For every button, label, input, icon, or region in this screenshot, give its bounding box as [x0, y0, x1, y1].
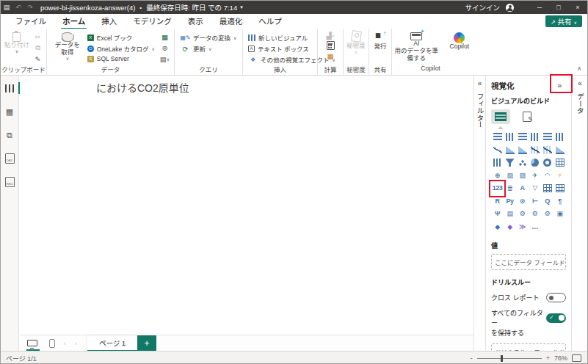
publish-button[interactable]: 発行 [374, 42, 386, 51]
sidebar-item-tmdl-view[interactable]: TMDL [1, 175, 19, 189]
cross-report-toggle[interactable] [546, 293, 566, 302]
viz-icon-ribbon-chart[interactable] [553, 144, 566, 157]
viz-icon-table[interactable] [541, 182, 553, 195]
viz-icon-azure-map[interactable]: ✈ [529, 170, 541, 183]
onelake-catalog-button[interactable]: O OneLake カタログ ∨ [87, 44, 155, 53]
viz-icon-paginated-report[interactable]: ▤ [504, 208, 516, 221]
viz-icon-stacked-column-chart[interactable] [504, 131, 516, 144]
viz-icon-more-options[interactable]: … [529, 221, 541, 234]
minimize-button[interactable]: ─ [530, 4, 549, 11]
viz-icon-waterfall-chart[interactable] [491, 156, 504, 170]
tab-build-visual[interactable] [491, 109, 510, 124]
account-avatar-icon[interactable] [506, 4, 514, 12]
sign-in-button[interactable]: サインイン [465, 2, 500, 12]
refresh-button[interactable]: ⟳ 更新 ∨ [181, 44, 236, 53]
viz-icon-line-clustered-column-chart[interactable] [541, 144, 553, 157]
viz-icon-funnel-chart[interactable] [504, 156, 516, 170]
collapse-ribbon-icon[interactable]: ∧ [577, 65, 581, 72]
viz-icon-donut-chart[interactable] [541, 156, 553, 170]
paste-button[interactable]: 貼り付け ∨ [4, 31, 29, 65]
viz-icon-image-visual[interactable]: ▣ [553, 208, 566, 221]
add-page-button[interactable]: + [137, 335, 156, 352]
keep-all-filters-toggle[interactable] [546, 313, 566, 323]
get-data-button[interactable]: データを取得 ∨ [53, 31, 82, 65]
viz-icon-card[interactable]: 123 [491, 182, 504, 195]
sql-server-button[interactable]: S SQL Server [87, 55, 155, 62]
format-painter-icon[interactable]: ✎ [33, 54, 43, 63]
data-source-settings-icon[interactable]: ▤∨ [160, 54, 170, 63]
viz-icon-scripted-visual[interactable]: ⚙ [541, 208, 553, 221]
canvas-text-box[interactable]: におけるCO2原単位 [96, 80, 189, 95]
viz-icon-r-script-visual[interactable]: R [491, 195, 504, 208]
maximize-button[interactable]: □ [549, 4, 568, 11]
zoom-slider-thumb[interactable] [501, 355, 503, 362]
collapse-visualizations-icon[interactable]: » [553, 81, 566, 90]
sidebar-item-report-view[interactable] [1, 81, 19, 95]
viz-icon-matrix[interactable] [553, 182, 566, 195]
undo-icon[interactable]: ↶ [12, 4, 24, 11]
expand-filters-icon[interactable]: « [474, 79, 485, 87]
viz-icon-power-automate[interactable]: ⚙ [529, 208, 541, 221]
ribbon-tab-最適化[interactable]: 最適化 [218, 13, 244, 29]
recent-sources-icon[interactable]: ⊚ [160, 43, 170, 52]
dataverse-icon[interactable]: ▦ [160, 32, 170, 41]
viz-icon-clustered-bar-chart[interactable] [516, 131, 529, 144]
viz-icon-treemap[interactable] [553, 156, 566, 170]
viz-icon-area-chart[interactable] [504, 144, 516, 157]
report-canvas[interactable]: におけるCO2原単位 [20, 76, 473, 335]
viz-icon-gauge[interactable]: ◠ [541, 170, 553, 183]
new-measure-icon[interactable]: ▟∨ [326, 31, 335, 40]
mobile-view-icon[interactable] [49, 339, 55, 348]
copy-icon[interactable]: ⧉ [33, 43, 43, 52]
viz-icon-shape-map[interactable]: ▧ [516, 170, 529, 183]
zoom-out-icon[interactable]: - [471, 354, 473, 362]
sidebar-item-model-view[interactable]: ⧉ [1, 128, 19, 142]
save-icon[interactable]: ▤ [1, 4, 12, 11]
close-button[interactable]: × [568, 4, 587, 11]
ribbon-tab-ホーム[interactable]: ホーム [61, 13, 87, 29]
viz-icon-slicer[interactable]: ▽ [529, 182, 541, 195]
sidebar-item-table-view[interactable]: ▦ [1, 105, 19, 118]
viz-icon-100-stacked-bar-chart[interactable] [541, 131, 553, 144]
share-button[interactable]: 共有 [545, 15, 582, 27]
zoom-slider[interactable] [477, 358, 542, 359]
fit-to-page-icon[interactable] [572, 354, 581, 362]
viz-icon-line-chart[interactable] [491, 144, 504, 157]
title-dropdown-icon[interactable]: ▾ [240, 4, 243, 10]
viz-icon-power-apps[interactable]: ⚙ [516, 208, 529, 221]
viz-icon-map[interactable]: ⊕ [491, 170, 504, 183]
values-field-well[interactable]: ここにデータ フィールドを... [491, 254, 566, 270]
transform-data-button[interactable]: ▦✎ データの変換 ∨ [181, 33, 236, 42]
viz-icon-stacked-area-chart[interactable] [516, 144, 529, 157]
viz-icon-python-visual[interactable]: Py [504, 195, 516, 208]
viz-icon-filled-map[interactable]: ▨ [504, 170, 516, 183]
viz-icon-metrics[interactable]: Ψ [491, 208, 504, 221]
excel-workbook-button[interactable]: X Excel ブック [87, 33, 155, 42]
page-tab[interactable]: ページ 1 [87, 335, 137, 352]
cut-icon[interactable]: ✂ [33, 32, 43, 41]
zoom-in-icon[interactable]: + [546, 354, 550, 362]
viz-icon-smart-narrative[interactable]: ¶ [553, 195, 566, 208]
ribbon-tab-モデリング[interactable]: モデリング [131, 13, 173, 29]
web-view-icon[interactable] [27, 340, 37, 346]
next-page-icon[interactable]: › [75, 340, 77, 347]
calculator-icon[interactable] [327, 41, 335, 50]
ribbon-tab-ヘルプ[interactable]: ヘルプ [257, 13, 283, 29]
viz-icon-pie-chart[interactable] [529, 156, 541, 170]
viz-icon-arcgis-map[interactable]: ◆ [491, 221, 504, 234]
copilot-button[interactable]: Copilot [450, 31, 469, 65]
viz-icon-new-card[interactable]: ⚡ [553, 170, 566, 183]
tab-format-visual[interactable] [518, 109, 537, 124]
ribbon-tab-表示[interactable]: 表示 [186, 13, 205, 29]
new-column-icon[interactable]: ▦ [326, 51, 335, 60]
viz-icon-custom-visual[interactable]: ◆ [504, 221, 516, 234]
ribbon-tab-ファイル[interactable]: ファイル [14, 13, 48, 29]
previous-page-icon[interactable]: ‹ [64, 340, 66, 347]
viz-icon-power-automate-visual[interactable]: ≫ [516, 221, 529, 234]
viz-icon-kpi[interactable]: A [516, 182, 529, 195]
viz-icon-100-stacked-column-chart[interactable] [553, 131, 566, 144]
sidebar-item-dax-query-view[interactable]: DAX [1, 152, 19, 165]
viz-icon-qa-visual[interactable]: Q [541, 195, 553, 208]
sensitivity-icon[interactable] [351, 30, 362, 43]
expand-data-icon[interactable]: « [572, 79, 588, 87]
